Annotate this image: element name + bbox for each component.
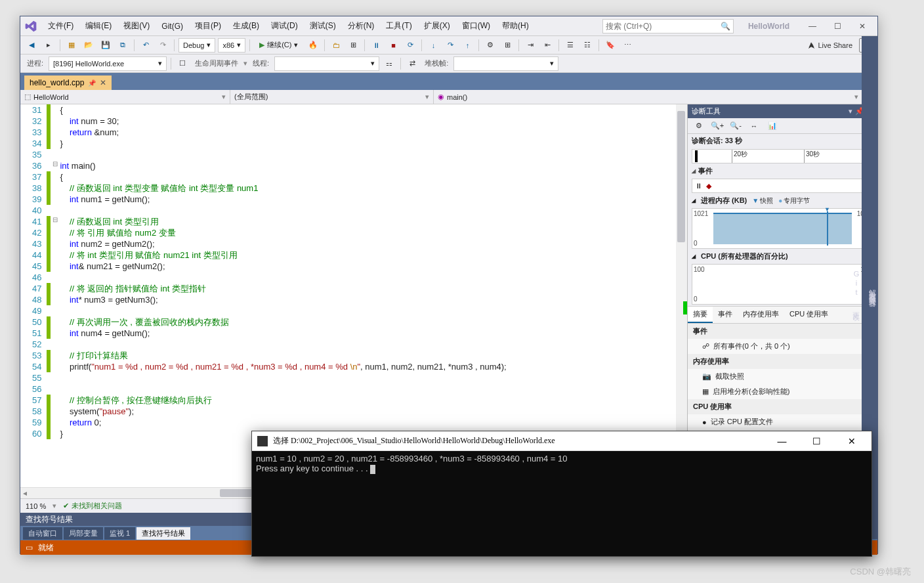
diag-subtab[interactable]: 摘要	[688, 307, 713, 323]
window-icon[interactable]: ⊞	[346, 38, 360, 53]
timeline[interactable]: 20秒 30秒	[692, 149, 873, 163]
nav-fwd-icon[interactable]: ▸	[41, 38, 56, 53]
nav-back-icon[interactable]: ◀	[24, 38, 39, 53]
search-input[interactable]	[606, 22, 721, 31]
step-out-icon[interactable]: ↑	[460, 38, 474, 53]
cpu-chart[interactable]: 100 0 100 0	[692, 264, 873, 305]
pane-dropdown-icon[interactable]: ▾	[846, 107, 855, 116]
memory-section: ◢进程内存 (KB) ▼快照 ●专用字节	[688, 194, 877, 207]
minimize-button[interactable]: —	[801, 18, 824, 34]
lifecycle-icon[interactable]: ☐	[175, 56, 190, 71]
thread-dropdown[interactable]: ▾	[274, 56, 379, 71]
bottom-tab[interactable]: 查找符号结果	[136, 527, 190, 540]
cpu-record-button[interactable]: ●记录 CPU 配置文件	[688, 414, 877, 429]
menu-item[interactable]: 文件(F)	[43, 18, 79, 34]
undo-icon[interactable]: ↶	[138, 38, 153, 53]
uncomment-icon[interactable]: ☷	[580, 38, 595, 53]
events-track: ⏸ ◆	[692, 179, 873, 193]
menu-item[interactable]: 测试(S)	[304, 18, 341, 34]
menu-item[interactable]: Git(G)	[156, 19, 188, 33]
main-toolbar: ◀ ▸ ▦ 📂 💾 ⧉ ↶ ↷ Debug▾ x86▾ ▶继续(C)▾ 🔥 🗀 …	[20, 36, 877, 54]
code-editor[interactable]: 3132333435363738394041424344454647484950…	[20, 104, 687, 487]
menu-item[interactable]: 分析(N)	[343, 18, 380, 34]
new-icon[interactable]: ▦	[64, 38, 79, 53]
console-close[interactable]: ✕	[837, 432, 866, 450]
nav-func-dropdown[interactable]: ◉main()▾	[434, 90, 863, 104]
open-icon[interactable]: 📂	[81, 38, 96, 53]
console-maximize[interactable]: ☐	[802, 432, 831, 450]
menu-item[interactable]: 工具(T)	[381, 18, 417, 34]
maximize-button[interactable]: ☐	[826, 18, 849, 34]
diag-settings-icon[interactable]: ⚙	[692, 119, 706, 133]
chart-icon[interactable]: 📊	[765, 119, 780, 133]
stackframe-dropdown[interactable]: ▾	[453, 56, 558, 71]
stack-icon[interactable]: ⇄	[405, 56, 419, 71]
tool-icon[interactable]: ⚙	[483, 38, 497, 53]
events-link[interactable]: ☍所有事件(0 个，共 0 个)	[688, 339, 877, 354]
zoom-out-icon[interactable]: 🔍-	[728, 119, 743, 133]
tool2-icon[interactable]: ⊞	[500, 38, 514, 53]
reset-zoom-icon[interactable]: ↔	[747, 119, 761, 133]
diag-subtab[interactable]: 事件	[713, 307, 738, 323]
stop-icon[interactable]: ■	[386, 38, 400, 53]
live-share-button[interactable]: ⮝Live Share	[808, 41, 852, 49]
platform-dropdown[interactable]: x86▾	[218, 38, 245, 53]
menu-item[interactable]: 扩展(X)	[419, 18, 455, 34]
menu-item[interactable]: 窗口(W)	[457, 18, 495, 34]
restart-icon[interactable]: ⟳	[403, 38, 417, 53]
solution-explorer-tab[interactable]: 解决方案资源管理器	[868, 284, 877, 295]
pause-icon[interactable]: ⏸	[369, 38, 383, 53]
bottom-tab[interactable]: 监视 1	[104, 527, 135, 540]
diag-subtab[interactable]: CPU 使用率	[784, 307, 833, 323]
issues-indicator[interactable]: ✔未找到相关问题	[63, 501, 122, 511]
bottom-tab[interactable]: 自动窗口	[23, 527, 62, 540]
continue-button[interactable]: ▶继续(C)▾	[254, 38, 303, 53]
console-titlebar[interactable]: 选择 D:\002_Project\006_Visual_Studio\Hell…	[252, 431, 872, 451]
zoom-level[interactable]: 110 %	[26, 502, 46, 510]
redo-icon[interactable]: ↷	[156, 38, 170, 53]
pin-icon[interactable]: 📌	[88, 79, 96, 87]
console-minimize[interactable]: —	[767, 432, 797, 450]
menu-item[interactable]: 帮助(H)	[497, 18, 534, 34]
watermark: CSDN @韩曙亮	[850, 566, 911, 578]
menu-item[interactable]: 项目(P)	[190, 18, 226, 34]
comment-icon[interactable]: ☰	[563, 38, 578, 53]
menu-item[interactable]: 编辑(E)	[80, 18, 117, 34]
vs-logo-icon	[24, 20, 37, 33]
bottom-tab[interactable]: 局部变量	[64, 527, 103, 540]
git-changes-tab[interactable]: Git 更改	[851, 270, 861, 309]
step-over-icon[interactable]: ↷	[443, 38, 457, 53]
outdent-icon[interactable]: ⇤	[540, 38, 555, 53]
zoom-in-icon[interactable]: 🔍+	[710, 119, 724, 133]
menu-item[interactable]: 视图(V)	[118, 18, 155, 34]
tab-close-icon[interactable]: ✕	[100, 78, 106, 87]
folder-icon[interactable]: 🗀	[329, 38, 343, 53]
file-tab-active[interactable]: hello_world.cpp 📌 ✕	[24, 76, 112, 90]
step-into-icon[interactable]: ↓	[426, 38, 440, 53]
heap-analysis-button[interactable]: ▦启用堆分析(会影响性能)	[688, 384, 877, 399]
events-section[interactable]: 事件	[688, 165, 877, 177]
nav-scope-dropdown[interactable]: (全局范围)▾	[230, 90, 434, 104]
bookmark-icon[interactable]: 🔖	[603, 38, 618, 53]
hot-reload-icon[interactable]: 🔥	[306, 38, 320, 53]
diag-subtabs: 摘要事件内存使用率CPU 使用率	[688, 306, 877, 324]
snapshot-button[interactable]: 📷截取快照	[688, 369, 877, 384]
misc-icon[interactable]: ⋯	[620, 38, 635, 53]
console-output[interactable]: num1 = 10 , num2 = 20 , num21 = -8589934…	[252, 451, 872, 477]
pause-events-icon[interactable]: ⏸	[695, 182, 702, 190]
memory-chart[interactable]: 1021 0 1021 0	[692, 208, 873, 249]
close-button[interactable]: ✕	[851, 18, 873, 34]
vertical-scrollbar[interactable]	[676, 104, 687, 487]
save-icon[interactable]: 💾	[98, 38, 113, 53]
menu-item[interactable]: 调试(D)	[266, 18, 303, 34]
nav-project-dropdown[interactable]: ⬚HelloWorld▾	[20, 90, 230, 104]
config-dropdown[interactable]: Debug▾	[178, 38, 215, 53]
indent-icon[interactable]: ⇥	[523, 38, 537, 53]
menu-item[interactable]: 生成(B)	[228, 18, 264, 34]
search-box[interactable]: 🔍	[602, 19, 734, 33]
status-icon: ▭	[26, 543, 33, 552]
process-dropdown[interactable]: [8196] HelloWorld.exe▾	[49, 56, 167, 71]
thread-tool-icon[interactable]: ⚏	[382, 56, 396, 71]
diag-subtab[interactable]: 内存使用率	[738, 307, 784, 323]
save-all-icon[interactable]: ⧉	[116, 38, 130, 53]
